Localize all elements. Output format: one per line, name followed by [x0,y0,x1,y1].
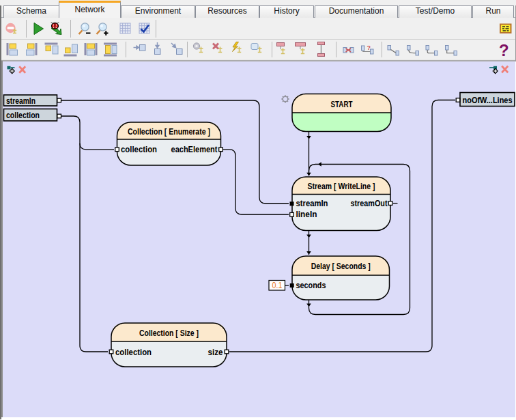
svg-text:0.1: 0.1 [272,281,283,290]
svg-text:?: ? [499,41,509,59]
svg-text:collection: collection [6,110,40,120]
svg-text:Collection [ Enumerate ]: Collection [ Enumerate ] [128,127,210,137]
svg-text:collection: collection [121,145,157,154]
svg-text:streamIn: streamIn [6,96,35,106]
svg-text:Delay [ Seconds ]: Delay [ Seconds ] [311,262,371,271]
svg-text:size: size [208,348,223,357]
svg-text:streamIn: streamIn [296,199,328,208]
svg-text:eachElement: eachElement [171,145,218,154]
svg-text:streamOut: streamOut [351,199,388,208]
svg-text:START: START [331,100,353,109]
svg-text:collection: collection [115,348,152,357]
svg-text:lineIn: lineIn [296,210,317,219]
svg-text:Collection [ Size ]: Collection [ Size ] [139,328,199,338]
svg-text:noOfW...Lines: noOfW...Lines [463,95,513,105]
svg-text:?: ? [367,44,371,51]
svg-text:Stream [ WriteLine ]: Stream [ WriteLine ] [308,182,375,191]
svg-text:seconds: seconds [296,281,326,290]
